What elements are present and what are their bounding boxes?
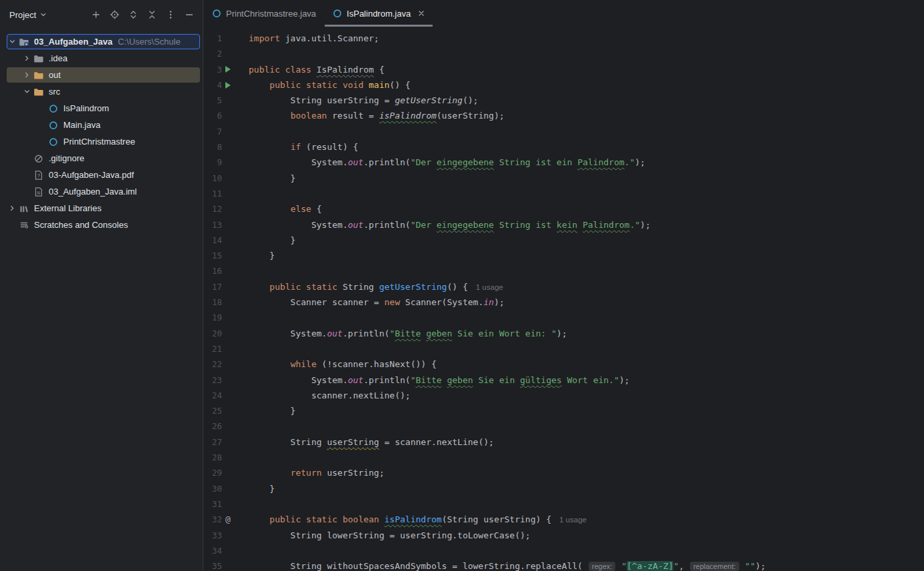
gutter-spacer	[222, 372, 249, 388]
tree-item-printchristmastree[interactable]: PrintChristmastree	[0, 133, 203, 150]
code-line-31[interactable]: 31	[203, 496, 924, 512]
chevron-right-icon[interactable]	[21, 70, 33, 81]
code-token	[249, 80, 269, 90]
project-tree: 03_Aufgaben_JavaC:\Users\Schule.ideaouts…	[0, 29, 203, 571]
tree-item-label: 03-Aufgaben-Java.pdf	[49, 170, 134, 180]
code-line-15[interactable]: 15 }	[203, 248, 924, 263]
code-token	[421, 328, 426, 338]
code-line-8[interactable]: 8 if (result) {	[203, 139, 924, 155]
tree-item-scratches-and-consoles[interactable]: Scratches and Consoles	[0, 217, 203, 233]
code-line-30[interactable]: 30 }	[203, 481, 924, 496]
tree-item-03-aufgaben-java[interactable]: 03_Aufgaben_JavaC:\Users\Schule	[0, 33, 203, 50]
code-token: {	[374, 65, 385, 75]
tree-item-external-libraries[interactable]: External Libraries	[0, 200, 203, 217]
code-token: out	[348, 157, 363, 167]
line-number: 22	[205, 356, 222, 372]
code-token: ""	[745, 561, 755, 571]
code-line-25[interactable]: 25 }	[203, 403, 924, 418]
tree-item-03-aufgaben-java-iml[interactable]: 03_Aufgaben_Java.iml	[0, 183, 203, 200]
code-line-12[interactable]: 12 else {	[203, 201, 924, 217]
code-token	[301, 514, 306, 524]
folder-source-icon	[33, 87, 45, 97]
code-text	[249, 418, 924, 434]
code-line-6[interactable]: 6 boolean result = isPalindrom(userStrin…	[203, 108, 924, 123]
chevron-right-icon[interactable]	[21, 53, 33, 64]
project-view-dropdown[interactable]: Project	[5, 7, 51, 23]
run-icon[interactable]	[222, 62, 249, 77]
tree-item-idea[interactable]: .idea	[0, 50, 203, 67]
code-line-28[interactable]: 28	[203, 450, 924, 465]
code-line-32[interactable]: 32@ public static boolean isPalindrom(St…	[203, 512, 924, 527]
code-line-14[interactable]: 14 }	[203, 233, 924, 248]
code-text: }	[249, 233, 924, 248]
twisty-spacer	[21, 187, 33, 197]
tree-item-out[interactable]: out	[0, 67, 203, 83]
code-line-2[interactable]: 2	[203, 46, 924, 61]
tree-item-src[interactable]: src	[0, 83, 203, 100]
code-line-27[interactable]: 27 String userString = scanner.nextLine(…	[203, 434, 924, 450]
tree-item-label: .gitignore	[49, 153, 84, 163]
gutter-spacer	[222, 186, 249, 201]
line-number: 31	[205, 496, 222, 512]
code-editor[interactable]: 1import java.util.Scanner;23public class…	[203, 27, 924, 571]
code-token	[301, 80, 306, 90]
code-token: [^a-zA-Z]	[627, 561, 673, 571]
chevron-down-icon[interactable]	[7, 37, 18, 47]
code-line-11[interactable]: 11	[203, 186, 924, 201]
code-token: }	[249, 235, 295, 245]
tab-printchristmastree-java[interactable]: PrintChristmastree.java	[203, 0, 324, 27]
locate-icon[interactable]	[109, 9, 120, 20]
code-text	[249, 310, 924, 325]
tab-ispalindrom-java[interactable]: IsPalindrom.java	[324, 0, 433, 27]
code-line-23[interactable]: 23 System.out.println("Bitte geben Sie e…	[203, 372, 924, 388]
code-line-35[interactable]: 35 String withoutSpacesAndSymbols = lowe…	[203, 558, 924, 571]
tree-item-03-aufgaben-java-pdf[interactable]: ?03-Aufgaben-Java.pdf	[0, 167, 203, 183]
code-line-3[interactable]: 3public class IsPalindrom {	[203, 62, 924, 77]
code-line-34[interactable]: 34	[203, 543, 924, 558]
gutter-spacer	[222, 46, 249, 61]
plus-icon[interactable]	[91, 9, 101, 20]
code-token: kein	[557, 220, 577, 230]
tree-item-gitignore[interactable]: .gitignore	[0, 150, 203, 167]
code-line-9[interactable]: 9 System.out.println("Der eingegebene St…	[203, 155, 924, 170]
code-line-10[interactable]: 10 }	[203, 171, 924, 186]
code-line-1[interactable]: 1import java.util.Scanner;	[203, 31, 924, 46]
gutter-spacer	[222, 93, 249, 108]
code-token: .println(	[343, 328, 389, 338]
collapse-all-icon[interactable]	[147, 9, 157, 20]
code-token: String lowerString = userString.toLowerC…	[249, 530, 531, 540]
code-token: );	[557, 328, 567, 338]
tree-item-ispalindrom[interactable]: IsPalindrom	[0, 100, 203, 117]
code-line-13[interactable]: 13 System.out.println("Der eingegebene S…	[203, 217, 924, 233]
code-line-4[interactable]: 4 public static void main() {	[203, 77, 924, 93]
line-number: 35	[205, 558, 222, 571]
code-line-16[interactable]: 16	[203, 263, 924, 279]
close-icon[interactable]	[417, 9, 425, 17]
gutter-spacer	[222, 388, 249, 403]
code-line-17[interactable]: 17 public static String getUserString() …	[203, 279, 924, 294]
code-line-20[interactable]: 20 System.out.println("Bitte geben Sie e…	[203, 326, 924, 341]
code-token: eingegebene	[437, 157, 494, 167]
code-line-18[interactable]: 18 Scanner scanner = new Scanner(System.…	[203, 294, 924, 310]
more-vertical-icon[interactable]	[165, 9, 176, 20]
code-line-29[interactable]: 29 return userString;	[203, 465, 924, 480]
project-toolbar	[91, 9, 203, 20]
code-line-26[interactable]: 26	[203, 418, 924, 434]
code-text: }	[249, 403, 924, 418]
code-line-7[interactable]: 7	[203, 124, 924, 139]
run-icon[interactable]	[222, 77, 249, 93]
code-line-19[interactable]: 19	[203, 310, 924, 325]
code-line-21[interactable]: 21	[203, 341, 924, 356]
code-token: replacement:	[690, 562, 739, 571]
expand-all-icon[interactable]	[128, 9, 139, 20]
code-line-24[interactable]: 24 scanner.nextLine();	[203, 388, 924, 403]
chevron-right-icon[interactable]	[7, 203, 18, 214]
code-line-5[interactable]: 5 String userString = getUserString();	[203, 93, 924, 108]
run-triangle-icon	[225, 82, 231, 89]
code-line-33[interactable]: 33 String lowerString = userString.toLow…	[203, 528, 924, 543]
code-token: public	[249, 65, 280, 75]
hide-icon[interactable]	[184, 9, 195, 20]
code-line-22[interactable]: 22 while (!scanner.hasNext()) {	[203, 356, 924, 372]
tree-item-main-java[interactable]: Main.java	[0, 117, 203, 133]
chevron-down-icon[interactable]	[21, 87, 33, 97]
